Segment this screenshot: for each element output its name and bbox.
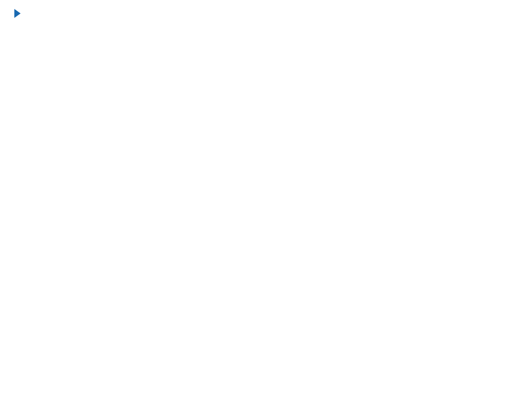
logo	[13, 9, 21, 18]
page-header	[13, 9, 519, 18]
logo-arrow-icon	[14, 9, 21, 18]
